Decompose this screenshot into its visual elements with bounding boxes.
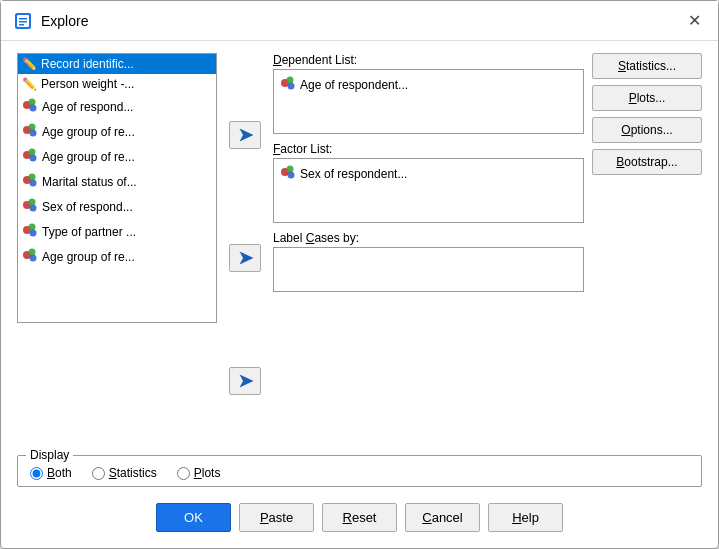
- factor-item-icon: [280, 164, 296, 183]
- arrow-to-label[interactable]: ➤: [229, 367, 261, 395]
- label-cases-underline-char: C: [306, 231, 315, 245]
- svg-rect-3: [19, 21, 27, 23]
- list-item-0[interactable]: ✏️Record identific...: [18, 54, 216, 74]
- arrows-column: ➤ ➤ ➤: [225, 53, 265, 443]
- svg-point-7: [30, 105, 37, 112]
- plots-button[interactable]: Plots...: [592, 85, 702, 111]
- list-item-icon-8: [22, 247, 38, 266]
- list-item-4[interactable]: Age group of re...: [18, 144, 216, 169]
- options-underline: O: [621, 123, 630, 137]
- svg-point-24: [29, 249, 36, 256]
- bottom-buttons: OK Paste Reset Cancel Help: [17, 495, 702, 536]
- display-section: Display Both Statistics Plots: [17, 455, 702, 487]
- cancel-button[interactable]: Cancel: [405, 503, 480, 532]
- lists-area: Dependent List: Age of respondent... Fac…: [273, 53, 584, 443]
- list-item-label-5: Marital status of...: [42, 175, 137, 189]
- svg-point-31: [288, 172, 295, 179]
- display-statistics-radio[interactable]: [92, 467, 105, 480]
- factor-section: Factor List: Sex of respondent...: [273, 142, 584, 223]
- both-underline: B: [47, 466, 55, 480]
- dependent-underline-char: D: [273, 53, 282, 67]
- display-plots-label: Plots: [194, 466, 221, 480]
- close-button[interactable]: ✕: [682, 9, 706, 33]
- svg-rect-2: [19, 18, 27, 20]
- display-statistics-option[interactable]: Statistics: [92, 466, 157, 480]
- cancel-underline: C: [422, 510, 431, 525]
- svg-point-9: [29, 124, 36, 131]
- svg-point-13: [30, 155, 37, 162]
- statistics-button[interactable]: Statistics...: [592, 53, 702, 79]
- display-plots-option[interactable]: Plots: [177, 466, 221, 480]
- list-item-icon-0: ✏️: [22, 57, 37, 71]
- factor-label: Factor List:: [273, 142, 584, 156]
- app-icon: [13, 11, 33, 31]
- display-both-radio[interactable]: [30, 467, 43, 480]
- list-item-icon-5: [22, 172, 38, 191]
- help-button[interactable]: Help: [488, 503, 563, 532]
- display-plots-radio[interactable]: [177, 467, 190, 480]
- svg-point-16: [30, 180, 37, 187]
- factor-underline-char: F: [273, 142, 280, 156]
- label-cases-list[interactable]: [273, 247, 584, 292]
- options-button[interactable]: Options...: [592, 117, 702, 143]
- svg-point-12: [29, 149, 36, 156]
- dependent-item-icon: [280, 75, 296, 94]
- reset-underline: R: [343, 510, 352, 525]
- side-buttons: Statistics... Plots... Options... Bootst…: [592, 53, 702, 443]
- list-item-icon-4: [22, 147, 38, 166]
- list-item-7[interactable]: Type of partner ...: [18, 219, 216, 244]
- explore-dialog: Explore ✕ ✏️Record identific...✏️Person …: [0, 0, 719, 549]
- dialog-title: Explore: [41, 13, 88, 29]
- source-list[interactable]: ✏️Record identific...✏️Person weight -..…: [17, 53, 217, 323]
- dialog-body: ✏️Record identific...✏️Person weight -..…: [1, 41, 718, 548]
- list-item-icon-2: [22, 97, 38, 116]
- svg-point-27: [287, 77, 294, 84]
- title-left: Explore: [13, 11, 88, 31]
- arrow-to-factor[interactable]: ➤: [229, 244, 261, 272]
- arrow-right-icon-3: ➤: [238, 370, 253, 392]
- svg-point-19: [30, 205, 37, 212]
- display-radio-group: Both Statistics Plots: [30, 462, 689, 480]
- factor-item-label: Sex of respondent...: [300, 167, 407, 181]
- arrow-to-dependent[interactable]: ➤: [229, 121, 261, 149]
- arrow-right-icon-2: ➤: [238, 247, 253, 269]
- svg-point-25: [30, 255, 37, 262]
- svg-point-22: [30, 230, 37, 237]
- plots-underline: P: [629, 91, 637, 105]
- list-item-label-4: Age group of re...: [42, 150, 135, 164]
- svg-point-21: [29, 224, 36, 231]
- list-item-3[interactable]: Age group of re...: [18, 119, 216, 144]
- dependent-label: Dependent List:: [273, 53, 584, 67]
- ok-button[interactable]: OK: [156, 503, 231, 532]
- dependent-item: Age of respondent...: [277, 73, 580, 96]
- svg-rect-4: [19, 24, 24, 26]
- display-both-label: Both: [47, 466, 72, 480]
- list-item-8[interactable]: Age group of re...: [18, 244, 216, 269]
- statistics-radio-underline: S: [109, 466, 117, 480]
- factor-list[interactable]: Sex of respondent...: [273, 158, 584, 223]
- svg-point-10: [30, 130, 37, 137]
- list-item-6[interactable]: Sex of respond...: [18, 194, 216, 219]
- display-both-option[interactable]: Both: [30, 466, 72, 480]
- paste-button[interactable]: Paste: [239, 503, 314, 532]
- list-item-2[interactable]: Age of respond...: [18, 94, 216, 119]
- list-item-1[interactable]: ✏️Person weight -...: [18, 74, 216, 94]
- list-item-icon-6: [22, 197, 38, 216]
- svg-point-18: [29, 199, 36, 206]
- title-bar: Explore ✕: [1, 1, 718, 41]
- dependent-list[interactable]: Age of respondent...: [273, 69, 584, 134]
- list-item-label-1: Person weight -...: [41, 77, 134, 91]
- reset-button[interactable]: Reset: [322, 503, 397, 532]
- svg-point-28: [288, 83, 295, 90]
- list-item-label-0: Record identific...: [41, 57, 134, 71]
- display-legend: Display: [26, 448, 73, 462]
- list-item-label-8: Age group of re...: [42, 250, 135, 264]
- list-item-icon-3: [22, 122, 38, 141]
- bootstrap-button[interactable]: Bootstrap...: [592, 149, 702, 175]
- list-item-5[interactable]: Marital status of...: [18, 169, 216, 194]
- list-item-icon-1: ✏️: [22, 77, 37, 91]
- list-item-label-6: Sex of respond...: [42, 200, 133, 214]
- main-area: ✏️Record identific...✏️Person weight -..…: [17, 53, 702, 443]
- dependent-section: Dependent List: Age of respondent...: [273, 53, 584, 134]
- paste-underline: P: [260, 510, 269, 525]
